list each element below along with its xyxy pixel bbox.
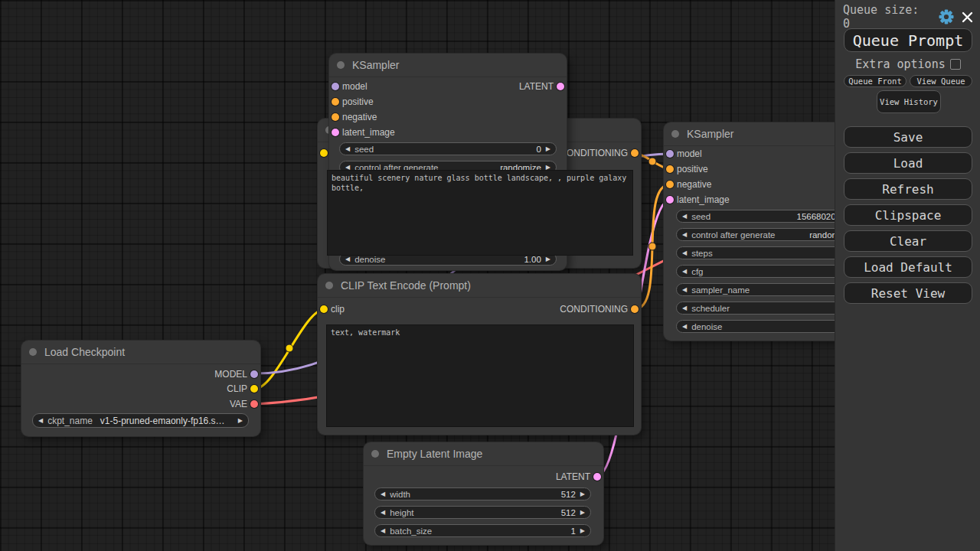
latent-output-label: LATENT (556, 469, 590, 484)
decrement-arrow-icon[interactable]: ◀ (345, 145, 350, 152)
load-button[interactable]: Load (844, 152, 972, 174)
link-midpoint-dot (648, 243, 656, 250)
increment-arrow-icon[interactable]: ▶ (546, 256, 550, 262)
node-title-bar[interactable]: KSampler (329, 54, 567, 77)
decrement-arrow-icon[interactable]: ◀ (682, 249, 687, 256)
positive-input-label: positive (677, 161, 708, 177)
collapse-dot-icon[interactable] (371, 450, 379, 458)
prev-arrow-icon[interactable]: ◀ (38, 417, 43, 424)
widget-value: 0 (536, 145, 541, 154)
node-title: KSampler (687, 128, 733, 140)
vae-output-port[interactable] (250, 400, 258, 408)
widget-value: v1-5-pruned-emaonly-fp16.s… (100, 416, 225, 426)
queue-size-label: Queue size: 0 (843, 3, 933, 31)
link-midpoint-dot (648, 158, 656, 165)
clear-button[interactable]: Clear (844, 230, 972, 252)
latent-image-input-label: latent_image (677, 192, 730, 207)
widget-label: cfg (691, 267, 703, 276)
widget-label: scheduler (691, 304, 730, 313)
comfy-menu-panel: Queue size: 0 Queue Prompt Extra options (835, 0, 980, 551)
widget-label: control after generate (691, 230, 775, 240)
collapse-dot-icon[interactable] (29, 348, 37, 356)
positive-input-label: positive (342, 94, 374, 109)
decrement-arrow-icon[interactable]: ◀ (682, 286, 687, 293)
reset-view-button[interactable]: Reset View (844, 282, 972, 304)
negative-input-label: negative (342, 109, 377, 125)
increment-arrow-icon[interactable]: ▶ (580, 491, 585, 497)
increment-arrow-icon[interactable]: ▶ (546, 145, 550, 152)
height-widget[interactable]: ◀ height 512 ▶ (374, 506, 591, 519)
latent-image-input-label: latent_image (342, 125, 395, 140)
node-empty-latent-image[interactable]: Empty Latent Image LATENT ◀ width 512 ▶ … (364, 442, 603, 545)
model-output-label: MODEL (214, 367, 247, 382)
decrement-arrow-icon[interactable]: ◀ (682, 231, 687, 238)
extra-options-label: Extra options (855, 57, 945, 71)
widget-label: denoise (691, 322, 722, 331)
decrement-arrow-icon[interactable]: ◀ (345, 256, 350, 262)
increment-arrow-icon[interactable]: ▶ (580, 509, 585, 516)
model-input-port[interactable] (332, 83, 339, 90)
save-button[interactable]: Save (844, 126, 972, 148)
increment-arrow-icon[interactable]: ▶ (580, 527, 585, 534)
positive-prompt-textarea[interactable]: beautiful scenery nature glass bottle la… (327, 170, 633, 256)
clip-output-port[interactable] (250, 385, 258, 393)
collapse-dot-icon[interactable] (671, 130, 679, 138)
clip-input-port[interactable] (320, 149, 328, 157)
seed-widget[interactable]: ◀ seed 0 ▶ (339, 142, 557, 155)
node-title-bar[interactable]: Load Checkpoint (21, 341, 260, 364)
node-title-bar[interactable]: Empty Latent Image (364, 442, 603, 466)
collapse-dot-icon[interactable] (325, 282, 333, 289)
latent-image-input-port[interactable] (332, 129, 339, 136)
load-default-button[interactable]: Load Default (844, 256, 972, 278)
positive-input-port[interactable] (332, 98, 339, 106)
widget-value: 512 (561, 490, 576, 499)
view-queue-button[interactable]: View Queue (910, 75, 972, 87)
comfyui-canvas[interactable]: { "sidebar": { "queue_size": "Queue size… (0, 0, 980, 551)
clip-input-port[interactable] (320, 305, 328, 313)
decrement-arrow-icon[interactable]: ◀ (682, 323, 687, 330)
node-title: CLIP Text Encode (Prompt) (341, 279, 471, 292)
latent-output-port[interactable] (593, 473, 601, 481)
decrement-arrow-icon[interactable]: ◀ (381, 509, 385, 516)
conditioning-output-port[interactable] (631, 149, 639, 157)
decrement-arrow-icon[interactable]: ◀ (682, 213, 687, 220)
positive-input-port[interactable] (666, 165, 674, 173)
model-output-port[interactable] (250, 370, 258, 378)
widget-value: 1 (570, 527, 575, 536)
widget-label: seed (691, 212, 710, 221)
widget-label: batch_size (390, 527, 432, 536)
node-load-checkpoint[interactable]: Load Checkpoint MODEL CLIP VAE ◀ ckpt_na… (21, 341, 260, 436)
width-widget[interactable]: ◀ width 512 ▶ (374, 487, 591, 500)
node-title: Empty Latent Image (387, 448, 482, 460)
widget-label: width (390, 490, 410, 499)
latent-image-input-port[interactable] (666, 196, 674, 204)
queue-front-button[interactable]: Queue Front (844, 75, 906, 87)
decrement-arrow-icon[interactable]: ◀ (381, 491, 385, 497)
clipspace-button[interactable]: Clipspace (844, 204, 972, 226)
widget-label: ckpt_name (47, 416, 93, 426)
refresh-button[interactable]: Refresh (844, 178, 972, 200)
next-arrow-icon[interactable]: ▶ (238, 417, 243, 424)
batch-size-widget[interactable]: ◀ batch_size 1 ▶ (374, 524, 591, 537)
decrement-arrow-icon[interactable]: ◀ (682, 305, 687, 311)
model-input-label: model (342, 79, 368, 94)
collapse-dot-icon[interactable] (337, 61, 345, 69)
ckpt-name-widget[interactable]: ◀ ckpt_name v1-5-pruned-emaonly-fp16.s… … (32, 413, 249, 428)
view-history-button[interactable]: View History (877, 90, 941, 113)
extra-options-checkbox[interactable] (950, 59, 961, 70)
close-panel-icon[interactable] (962, 11, 973, 23)
decrement-arrow-icon[interactable]: ◀ (381, 527, 385, 534)
extra-options-row: Extra options (835, 58, 980, 70)
queue-prompt-button[interactable]: Queue Prompt (844, 28, 972, 52)
clip-input-label: clip (331, 302, 345, 317)
decrement-arrow-icon[interactable]: ◀ (682, 268, 687, 275)
settings-gear-icon[interactable] (939, 9, 954, 24)
negative-input-port[interactable] (332, 113, 339, 121)
node-title-bar[interactable]: CLIP Text Encode (Prompt) (318, 274, 641, 298)
conditioning-output-port[interactable] (631, 305, 639, 313)
model-input-port[interactable] (666, 150, 674, 158)
latent-output-port[interactable] (557, 83, 564, 90)
negative-prompt-textarea[interactable]: text, watermark (326, 324, 634, 427)
link-midpoint-dot (286, 344, 293, 352)
negative-input-port[interactable] (666, 181, 674, 188)
